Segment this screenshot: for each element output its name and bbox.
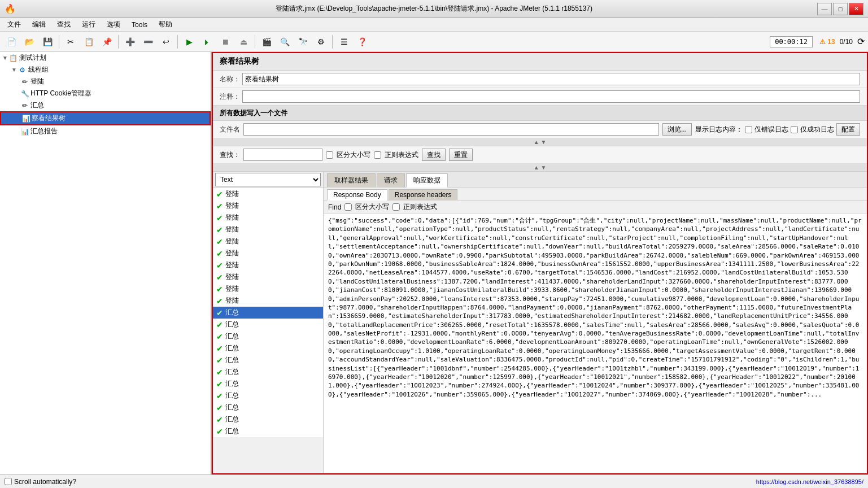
summary-icon: ✏ xyxy=(20,101,29,110)
list-button[interactable]: ☰ xyxy=(336,34,352,50)
search-input[interactable] xyxy=(243,149,322,161)
list-item[interactable]: ✔登陆 xyxy=(213,247,323,259)
remove-button[interactable]: ➖ xyxy=(140,34,156,50)
copy-button[interactable]: 📋 xyxy=(81,34,97,50)
status-icon: ✔ xyxy=(216,356,223,365)
list-item[interactable]: ✔汇总 xyxy=(213,366,323,378)
name-label: 名称： xyxy=(220,75,242,84)
menu-file[interactable]: 文件 xyxy=(2,18,26,31)
minimize-button[interactable]: — xyxy=(817,3,832,15)
menu-edit[interactable]: 编辑 xyxy=(27,18,51,31)
config-button[interactable]: 配置 xyxy=(836,123,860,136)
template-button[interactable]: 🎬 xyxy=(259,34,274,50)
status-icon-selected: ✔ xyxy=(216,308,223,317)
find-regex-checkbox[interactable] xyxy=(392,203,400,211)
scroll-auto-checkbox[interactable] xyxy=(5,478,12,485)
list-item[interactable]: ✔登陆 xyxy=(213,271,323,283)
item-label: 登陆 xyxy=(225,296,239,306)
browse-button[interactable]: 浏览... xyxy=(662,123,692,136)
list-item[interactable]: ✔汇总 xyxy=(213,390,323,402)
item-label: 登陆 xyxy=(225,249,239,258)
close-button[interactable]: ✕ xyxy=(849,3,863,15)
list-item[interactable]: ✔汇总 xyxy=(213,319,323,330)
comment-input[interactable] xyxy=(242,90,860,103)
sep5 xyxy=(332,35,333,49)
list-item[interactable]: ✔登陆 xyxy=(213,283,323,295)
cut-button[interactable]: ✂ xyxy=(63,34,78,50)
zoom-button[interactable]: 🔍 xyxy=(277,34,293,50)
menu-tools[interactable]: Tools xyxy=(127,19,152,30)
list-item[interactable]: ✔汇总 xyxy=(213,378,323,390)
inner-tab-response-headers[interactable]: Response headers xyxy=(389,189,458,200)
list-item[interactable]: ✔汇总 xyxy=(213,342,323,354)
list-item[interactable]: ✔登陆 xyxy=(213,212,323,224)
paste-button[interactable]: 📌 xyxy=(99,34,115,50)
list-item-selected[interactable]: ✔汇总 xyxy=(213,307,323,319)
case-sensitive-checkbox[interactable] xyxy=(326,151,333,159)
item-label: 汇总 xyxy=(225,415,239,424)
comment-label: 注释： xyxy=(220,92,242,102)
refresh-icon[interactable]: ⟳ xyxy=(857,36,865,47)
shutdown-button[interactable]: ⏏ xyxy=(235,34,251,50)
list-item[interactable]: ✔登陆 xyxy=(213,200,323,212)
start-no-pause-button[interactable]: ⏵ xyxy=(199,34,215,50)
right-detail: 取样器结果 请求 响应数据 Response Body Response hea… xyxy=(324,172,867,473)
stop-button[interactable]: ⏹ xyxy=(217,34,233,50)
file-input[interactable] xyxy=(243,123,659,136)
response-body[interactable]: {"msg":"success","code":0,"data":[{"id":… xyxy=(324,214,867,473)
list-item[interactable]: ✔登陆 xyxy=(213,236,323,247)
tree-login[interactable]: ✏ 登陆 xyxy=(0,76,211,88)
success-log-checkbox[interactable] xyxy=(791,126,798,133)
find-case-checkbox[interactable] xyxy=(344,203,352,211)
menu-run[interactable]: 运行 xyxy=(77,18,101,31)
tab-request[interactable]: 请求 xyxy=(377,173,405,187)
add-button[interactable]: ➕ xyxy=(122,34,138,50)
regex-checkbox[interactable] xyxy=(374,151,381,159)
results-list: ✔登陆 ✔登陆 ✔登陆 ✔登陆 ✔登陆 ✔登陆 ✔登陆 ✔登陆 ✔登陆 ✔登陆 … xyxy=(213,188,324,437)
format-dropdown[interactable]: Text XML JSON xyxy=(215,173,321,186)
tree-label-login: 登陆 xyxy=(30,77,44,86)
open-button[interactable]: 📂 xyxy=(21,34,37,50)
undo-button[interactable]: ↩ xyxy=(158,34,174,50)
menu-help[interactable]: 帮助 xyxy=(154,18,177,31)
sep4 xyxy=(255,35,255,49)
inner-tab-response-body[interactable]: Response Body xyxy=(327,189,387,201)
reset-button[interactable]: 重置 xyxy=(449,149,473,161)
tab-response-data[interactable]: 响应数据 xyxy=(406,173,448,188)
list-item[interactable]: ✔登陆 xyxy=(213,295,323,307)
tab-sampler-result[interactable]: 取样器结果 xyxy=(327,173,376,187)
menu-options[interactable]: 选项 xyxy=(102,18,125,31)
tree-root[interactable]: ▼ 📋 测试计划 xyxy=(0,52,211,64)
new-button[interactable]: 📄 xyxy=(3,34,19,50)
tree-result-tree[interactable]: 📊 察看结果树 xyxy=(0,111,211,125)
list-item[interactable]: ✔汇总 xyxy=(213,425,323,437)
tree-threadgroup[interactable]: ▼ ⚙ 线程组 xyxy=(0,64,211,76)
titlebar: 🔥 登陆请求.jmx (E:\Develop_Tools\apache-jmet… xyxy=(0,0,868,18)
divider-up: ▲ ▼ xyxy=(213,138,867,146)
name-input[interactable] xyxy=(242,73,860,85)
list-item[interactable]: ✔汇总 xyxy=(213,330,323,342)
error-log-checkbox[interactable] xyxy=(745,126,752,133)
list-item[interactable]: ✔登陆 xyxy=(213,224,323,236)
sep2 xyxy=(118,35,119,49)
tree-cookie-mgr[interactable]: 🔧 HTTP Cookie管理器 xyxy=(0,88,211,99)
list-item[interactable]: ✔汇总 xyxy=(213,413,323,425)
tree-agg-report[interactable]: 📊 汇总报告 xyxy=(0,125,211,137)
menu-find[interactable]: 查找 xyxy=(52,18,76,31)
list-item[interactable]: ✔登陆 xyxy=(213,188,323,200)
item-label: 汇总 xyxy=(225,343,239,353)
settings-button[interactable]: ⚙ xyxy=(313,34,329,50)
status-icon: ✔ xyxy=(216,249,223,258)
list-item[interactable]: ✔汇总 xyxy=(213,402,323,413)
list-item[interactable]: ✔汇总 xyxy=(213,354,323,366)
maximize-button[interactable]: □ xyxy=(833,3,848,15)
start-button[interactable]: ▶ xyxy=(181,34,197,50)
status-url[interactable]: https://blog.csdn.net/weixin_37638895/ xyxy=(756,478,863,485)
help-icon-button[interactable]: ❓ xyxy=(354,34,370,50)
list-item[interactable]: ✔登陆 xyxy=(213,259,323,271)
binoculars-button[interactable]: 🔭 xyxy=(295,34,311,50)
regex-label: 正则表达式 xyxy=(385,150,418,160)
find-button[interactable]: 查找 xyxy=(422,149,446,161)
tree-summary[interactable]: ✏ 汇总 xyxy=(0,99,211,111)
save-button[interactable]: 💾 xyxy=(40,34,55,50)
